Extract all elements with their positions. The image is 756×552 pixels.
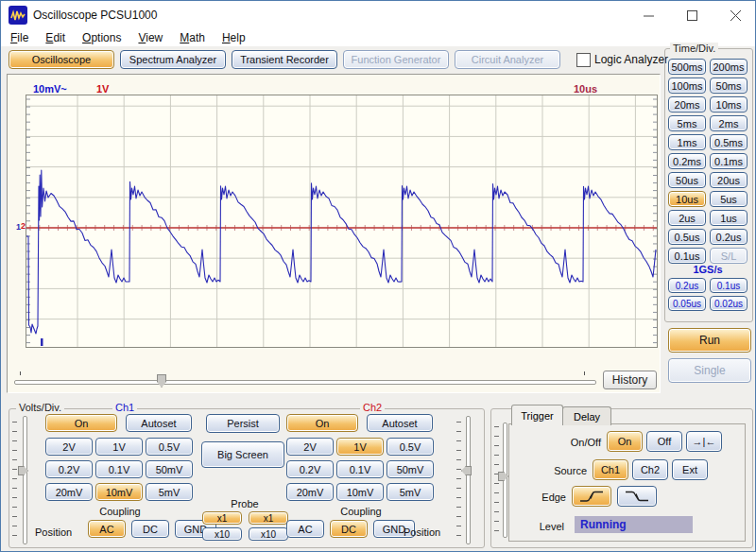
trigger-onoff-off[interactable]: Off <box>646 431 682 452</box>
timediv-0.1us[interactable]: 0.1us <box>668 248 706 264</box>
ch2-position-marker[interactable]: 2 <box>21 221 26 231</box>
timediv-5us[interactable]: 5us <box>710 191 747 207</box>
ch2-probe-x10[interactable]: x10 <box>249 527 288 541</box>
timediv-200ms[interactable]: 200ms <box>710 59 747 75</box>
mode-tab-function-generator[interactable]: Function Generator <box>343 50 449 69</box>
trigger-onoff-on[interactable]: On <box>607 431 643 452</box>
trigger-source-ch2[interactable]: Ch2 <box>632 459 668 480</box>
close-button[interactable] <box>713 1 756 29</box>
ch1-coupling-DC[interactable]: DC <box>131 520 169 538</box>
timediv-row: 5ms2ms <box>668 115 747 131</box>
timediv-500ms[interactable]: 500ms <box>668 59 706 75</box>
big-screen-button[interactable]: Big Screen <box>201 441 284 468</box>
ch2-volts-10mV[interactable]: 10mV <box>336 483 384 501</box>
ch1-probe-x1[interactable]: x1 <box>202 511 242 525</box>
ch1-volts-0.1V[interactable]: 0.1V <box>95 460 143 478</box>
run-button[interactable]: Run <box>668 328 751 353</box>
menu-help[interactable]: Help <box>220 31 255 44</box>
ch1-volts-1V[interactable]: 1V <box>95 438 143 456</box>
history-button[interactable]: History <box>603 371 657 389</box>
logic-analyzer-checkbox[interactable] <box>576 53 591 67</box>
timediv-0.2ms[interactable]: 0.2ms <box>668 153 706 169</box>
ch1-volts-10mV[interactable]: 10mV <box>95 483 143 501</box>
ch2-on-button[interactable]: On <box>286 414 358 432</box>
timediv-2us[interactable]: 2us <box>668 210 706 226</box>
ch2-position-slider[interactable] <box>466 416 471 544</box>
timediv-10ms[interactable]: 10ms <box>710 96 747 112</box>
ch2-coupling-DC[interactable]: DC <box>330 520 368 538</box>
mode-tab-spectrum-analyzer[interactable]: Spectrum Analyzer <box>120 50 226 69</box>
ch1-probe-x10[interactable]: x10 <box>202 527 242 541</box>
timediv-20ms[interactable]: 20ms <box>668 96 706 112</box>
falling-edge-button[interactable] <box>617 486 657 507</box>
timediv-row: 500ms200ms <box>668 59 747 75</box>
timediv-20us[interactable]: 20us <box>710 172 747 188</box>
menu-edit[interactable]: Edit <box>43 31 75 44</box>
ch1-coupling-AC[interactable]: AC <box>88 520 126 538</box>
timediv-1ms[interactable]: 1ms <box>668 134 706 150</box>
horizontal-position-track[interactable] <box>14 380 596 385</box>
mode-tab-circuit-analyzer[interactable]: Circuit Analyzer <box>455 50 560 69</box>
ch1-volts-2V[interactable]: 2V <box>45 438 93 456</box>
timediv-50us[interactable]: 50us <box>668 172 706 188</box>
ch1-volts-0.2V[interactable]: 0.2V <box>45 460 93 478</box>
ch1-volts-50mV[interactable]: 50mV <box>146 460 193 478</box>
ch1-volts-0.5V[interactable]: 0.5V <box>146 438 193 456</box>
menu-file[interactable]: File <box>9 31 38 44</box>
timediv-1us[interactable]: 1us <box>710 210 747 226</box>
timediv-0.5us[interactable]: 0.5us <box>668 229 706 245</box>
ch2-coupling-AC[interactable]: AC <box>286 520 324 538</box>
timediv-5ms[interactable]: 5ms <box>668 115 706 131</box>
ch1-autoset-button[interactable]: Autoset <box>126 414 192 432</box>
timediv-row: 100ms50ms <box>668 78 747 94</box>
minimize-button[interactable] <box>627 1 670 29</box>
gs-0.2us[interactable]: 0.2us <box>668 278 706 293</box>
ch1-volts-5mV[interactable]: 5mV <box>146 483 193 501</box>
ch1-position-slider[interactable] <box>23 416 27 544</box>
ch2-volts-0.2V[interactable]: 0.2V <box>286 460 334 478</box>
rising-edge-button[interactable] <box>572 486 611 507</box>
volts-row: 20mV10mV5mV <box>286 483 436 501</box>
mode-tab-transient-recorder[interactable]: Transient Recorder <box>232 50 337 69</box>
menu-options[interactable]: Options <box>80 31 130 44</box>
mode-tab-oscilloscope[interactable]: Oscilloscope <box>9 50 114 69</box>
timediv-S/L[interactable]: S/L <box>710 248 747 264</box>
menu-view[interactable]: View <box>136 31 172 44</box>
timediv-0.5ms[interactable]: 0.5ms <box>710 134 747 150</box>
timediv-0.2us[interactable]: 0.2us <box>710 229 747 245</box>
maximize-button[interactable] <box>670 1 713 29</box>
trackbar-tick-left <box>20 371 21 375</box>
ch2-volts-2V[interactable]: 2V <box>286 438 334 456</box>
probe-label: Probe <box>201 498 288 509</box>
persist-button[interactable]: Persist <box>206 414 280 433</box>
single-button[interactable]: Single <box>668 358 751 383</box>
gs-0.1us[interactable]: 0.1us <box>710 278 747 293</box>
ch2-volts-50mV[interactable]: 50mV <box>387 460 434 478</box>
timediv-2ms[interactable]: 2ms <box>710 115 747 131</box>
trigger-source-ext[interactable]: Ext <box>672 459 708 480</box>
trigger-center-button[interactable]: →|← <box>686 431 722 452</box>
timediv-50ms[interactable]: 50ms <box>710 78 747 94</box>
ch1-volts-20mV[interactable]: 20mV <box>45 483 93 501</box>
timediv-0.1ms[interactable]: 0.1ms <box>710 153 747 169</box>
ch2-volts-5mV[interactable]: 5mV <box>387 483 434 501</box>
timediv-100ms[interactable]: 100ms <box>668 78 706 94</box>
timediv-10us[interactable]: 10us <box>668 191 706 207</box>
tab-delay[interactable]: Delay <box>562 406 611 425</box>
gs-row: 0.05us0.02us <box>668 296 747 311</box>
ch2-autoset-button[interactable]: Autoset <box>367 414 433 432</box>
tab-trigger[interactable]: Trigger <box>511 405 563 425</box>
trigger-level-label: Level <box>493 521 564 532</box>
timediv-row: 1ms0.5ms <box>668 134 747 150</box>
ch2-volts-1V[interactable]: 1V <box>336 438 384 456</box>
gs-0.05us[interactable]: 0.05us <box>668 296 706 311</box>
ch2-volts-0.5V[interactable]: 0.5V <box>387 438 434 456</box>
ch2-volts-20mV[interactable]: 20mV <box>286 483 334 501</box>
menu-math[interactable]: Math <box>178 31 215 44</box>
ch2-volts-0.1V[interactable]: 0.1V <box>336 460 384 478</box>
gs-0.02us[interactable]: 0.02us <box>710 296 747 311</box>
ch1-on-button[interactable]: On <box>45 414 117 432</box>
ch2-probe-x1[interactable]: x1 <box>249 511 288 525</box>
waveform-plot[interactable] <box>26 95 658 348</box>
trigger-source-ch1[interactable]: Ch1 <box>593 459 628 480</box>
